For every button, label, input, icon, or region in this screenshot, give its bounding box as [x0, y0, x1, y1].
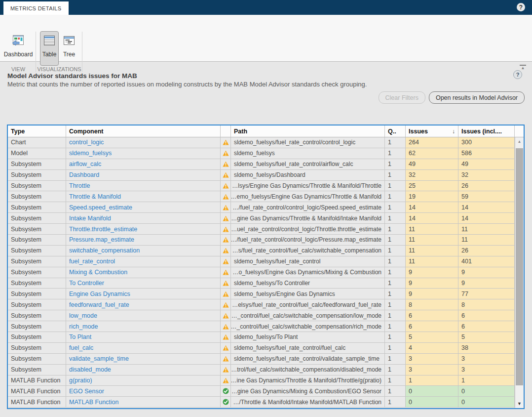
table-row[interactable]: Subsystem low_mode …_control/fuel_calc/s… — [8, 310, 524, 321]
table-row[interactable]: Subsystem feedforward_fuel_rate …elsys/f… — [8, 299, 524, 310]
cell-issues-incl: 14 — [458, 213, 515, 223]
table-row[interactable]: Chart control_logic sldemo_fuelsys/fuel_… — [8, 137, 524, 148]
column-header-status[interactable] — [221, 125, 231, 137]
table-row[interactable]: Subsystem To Plant sldemo_fuelsys/To Pla… — [8, 332, 524, 343]
table-row[interactable]: MATLAB Function g(pratio) …ine Gas Dynam… — [8, 375, 524, 386]
table-row[interactable]: Subsystem airflow_calc sldemo_fuelsys/fu… — [8, 159, 524, 170]
scroll-down-icon[interactable]: ▼ — [515, 400, 524, 407]
component-link[interactable]: Dashboard — [66, 170, 221, 180]
cell-issues-incl: 32 — [458, 170, 515, 180]
table-row[interactable]: Subsystem Mixing & Combustion …o_fuelsys… — [8, 267, 524, 278]
tab-metrics-details[interactable]: METRICS DETAILS — [3, 1, 69, 15]
cell-path: …lsys/Engine Gas Dynamics/Throttle & Man… — [231, 181, 385, 191]
component-link[interactable]: Speed.speed_estimate — [66, 202, 221, 212]
action-button-row: Clear Filters Open results in Model Advi… — [379, 91, 525, 104]
component-link[interactable]: rich_mode — [66, 321, 221, 332]
component-link[interactable]: Pressure.map_estimate — [66, 235, 221, 245]
table-row[interactable]: Subsystem Engine Gas Dynamics sldemo_fue… — [8, 289, 524, 299]
table-row[interactable]: Subsystem fuel_rate_control sldemo_fuels… — [8, 256, 524, 267]
table-row[interactable]: Subsystem Throttle & Manifold …emo_fuels… — [8, 191, 524, 202]
component-link[interactable]: fuel_calc — [66, 343, 221, 353]
table-view-button[interactable]: Table — [40, 31, 59, 66]
cell-type: Subsystem — [8, 246, 66, 256]
table-row[interactable]: Subsystem disabled_mode …trol/fuel_calc/… — [8, 365, 524, 375]
component-link[interactable]: feedforward_fuel_rate — [66, 299, 221, 310]
table-row[interactable]: MATLAB Function EGO Sensor …gine Gas Dyn… — [8, 386, 524, 397]
cell-issues: 11 — [406, 246, 458, 256]
cell-issues-incl: 586 — [458, 148, 515, 159]
column-header-component[interactable]: Component — [66, 125, 221, 137]
component-link[interactable]: airflow_calc — [66, 159, 221, 169]
table-row[interactable]: Subsystem Intake Manifold …gine Gas Dyna… — [8, 213, 524, 224]
sort-descending-icon[interactable]: ↓ — [452, 128, 455, 135]
component-link[interactable]: sldemo_fuelsys — [66, 148, 221, 159]
cell-quantity: 1 — [385, 235, 406, 245]
cell-issues-incl: 49 — [458, 159, 515, 169]
column-header-issues-incl[interactable]: Issues (incl.... — [458, 125, 515, 137]
tree-view-button[interactable]: Tree — [60, 31, 78, 66]
table-row[interactable]: Subsystem Dashboard sldemo_fuelsys/Dashb… — [8, 170, 524, 181]
tree-view-button-label: Tree — [63, 51, 75, 58]
open-results-button[interactable]: Open results in Model Advisor — [429, 91, 525, 104]
component-link[interactable]: Intake Manifold — [66, 213, 221, 223]
column-header-path[interactable]: Path — [231, 125, 385, 137]
table-row[interactable]: Subsystem Throttle …lsys/Engine Gas Dyna… — [8, 181, 524, 192]
component-link[interactable]: Throttle & Manifold — [66, 191, 221, 202]
cell-issues-incl: 26 — [458, 246, 515, 256]
help-icon[interactable]: ? — [517, 3, 525, 11]
cell-issues: 62 — [406, 148, 458, 159]
component-link[interactable]: control_logic — [66, 137, 221, 148]
scroll-up-icon[interactable]: ▲ — [515, 138, 524, 145]
component-link[interactable]: disabled_mode — [66, 365, 221, 375]
dashboard-button[interactable]: Dashboard — [2, 31, 34, 66]
table-row[interactable]: MATLAB Function MATLAB Function …/Thrott… — [8, 397, 524, 408]
dashboard-button-label: Dashboard — [4, 51, 33, 58]
component-link[interactable]: Throttle.throttle_estimate — [66, 224, 221, 234]
cell-path: sldemo_fuelsys — [231, 148, 385, 159]
component-link[interactable]: switchable_compensation — [66, 246, 221, 256]
table-row[interactable]: Subsystem Throttle.throttle_estimate …ue… — [8, 224, 524, 235]
column-header-quantity[interactable]: Q.. — [385, 125, 406, 137]
table-row[interactable]: Subsystem Pressure.map_estimate …/fuel_r… — [8, 235, 524, 246]
component-link[interactable]: g(pratio) — [66, 375, 221, 386]
cell-issues: 9 — [406, 278, 458, 289]
component-link[interactable]: Throttle — [66, 181, 221, 191]
table-row[interactable]: Model sldemo_fuelsys sldemo_fuelsys 1 62… — [8, 148, 524, 159]
table-row[interactable]: Subsystem To Controller sldemo_fuelsys/T… — [8, 278, 524, 289]
cell-path: sldemo_fuelsys/fuel_rate_control/airflow… — [231, 159, 385, 169]
component-link[interactable]: low_mode — [66, 310, 221, 321]
vertical-scrollbar[interactable]: ▲ ▼ — [515, 137, 524, 408]
collapse-ribbon-icon[interactable]: ▲ — [520, 65, 526, 71]
table-row[interactable]: Subsystem Speed.speed_estimate …/fuel_ra… — [8, 202, 524, 213]
column-header-scrollbar-spacer — [515, 125, 524, 137]
component-link[interactable]: validate_sample_time — [66, 354, 221, 364]
component-link[interactable]: fuel_rate_control — [66, 256, 221, 267]
component-link[interactable]: To Plant — [66, 332, 221, 342]
component-link[interactable]: Mixing & Combustion — [66, 267, 221, 278]
metric-help-icon[interactable]: ? — [513, 70, 522, 79]
column-header-issues[interactable]: Issues ↓ — [406, 125, 458, 137]
cell-quantity: 1 — [385, 202, 406, 212]
cell-issues-incl: 6 — [458, 310, 515, 321]
cell-path: sldemo_fuelsys/To Controller — [231, 278, 385, 289]
column-header-type[interactable]: Type — [8, 125, 66, 137]
page-title: Model Advisor standards issues for MAB — [7, 72, 137, 80]
clear-filters-button[interactable]: Clear Filters — [379, 91, 425, 104]
cell-issues: 0 — [406, 386, 458, 396]
cell-path: …trol/fuel_calc/switchable_compensation/… — [231, 365, 385, 375]
component-link[interactable]: MATLAB Function — [66, 397, 221, 407]
component-link[interactable]: To Controller — [66, 278, 221, 289]
table-row[interactable]: Subsystem validate_sample_time sldemo_fu… — [8, 354, 524, 365]
table-row[interactable]: Subsystem rich_mode …_control/fuel_calc/… — [8, 321, 524, 332]
cell-quantity: 1 — [385, 181, 406, 191]
cell-issues: 19 — [406, 191, 458, 202]
scrollbar-thumb[interactable] — [516, 148, 523, 385]
component-link[interactable]: Engine Gas Dynamics — [66, 289, 221, 299]
pass-icon — [221, 386, 231, 396]
cell-path: …s/fuel_rate_control/fuel_calc/switchabl… — [231, 246, 385, 256]
component-link[interactable]: EGO Sensor — [66, 386, 221, 396]
table-row[interactable]: Subsystem switchable_compensation …s/fue… — [8, 246, 524, 256]
cell-path: …_control/fuel_calc/switchable_compensat… — [231, 321, 385, 332]
cell-issues: 6 — [406, 310, 458, 321]
table-row[interactable]: Subsystem fuel_calc sldemo_fuelsys/fuel_… — [8, 343, 524, 354]
